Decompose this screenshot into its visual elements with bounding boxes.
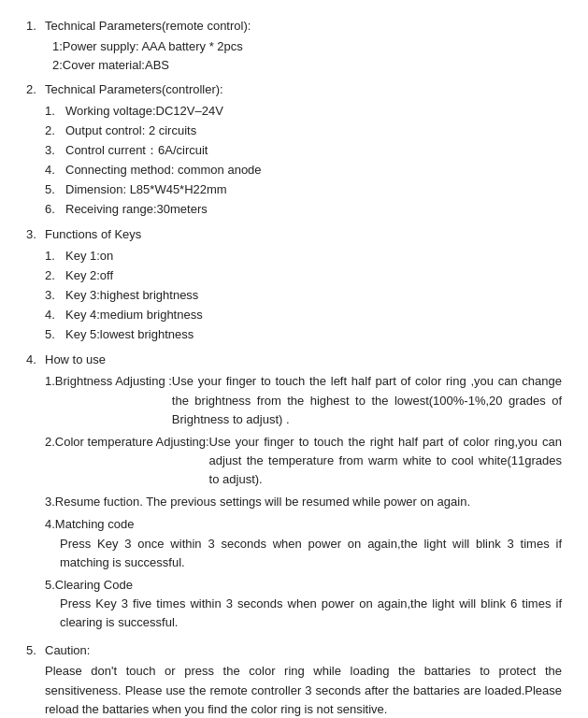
section-5: 5. Caution: Please don't touch or press …: [26, 641, 562, 718]
section-2-title: Technical Parameters(controller):: [45, 80, 562, 99]
section-5-num: 5.: [26, 641, 45, 660]
section-4-title: How to use: [45, 351, 562, 369]
section-3: 3. Functions of Keys 1.Key 1:on 2.Key 2:…: [26, 225, 562, 345]
para-resume-label: 3.Resume fuction.: [45, 495, 143, 509]
para-color-temp-text: Use your finger to touch the right half …: [209, 433, 562, 489]
section-5-caution: Please don't touch or press the color ri…: [45, 662, 562, 718]
section-3-title: Functions of Keys: [45, 225, 562, 244]
section-1-item-1: 1:Power supply: AAA battery * 2pcs: [52, 37, 562, 56]
section-4-num: 4.: [26, 351, 45, 369]
section-2-num: 2.: [26, 80, 45, 99]
list-item: 4.Key 4:medium brightness: [45, 306, 562, 324]
list-item: 5.Dimension: L85*W45*H22mm: [45, 180, 562, 199]
para-clearing: 5.Clearing Code Press Key 3 five times w…: [45, 576, 562, 632]
para-color-temp: 2.Color temperature Adjusting: Use your …: [45, 433, 562, 489]
list-item: 3.Key 3:highest brightness: [45, 286, 562, 305]
section-5-content: Caution: Please don't touch or press the…: [45, 641, 562, 718]
section-3-sublist: 1.Key 1:on 2.Key 2:off 3.Key 3:highest b…: [45, 247, 562, 345]
list-item: 4.Connecting method: common anode: [45, 161, 562, 180]
list-item: 1.Key 1:on: [45, 247, 562, 266]
section-1-content: Technical Parameters(remote control): 1:…: [45, 17, 562, 75]
para-matching: 4.Matching code Press Key 3 once within …: [45, 515, 562, 571]
list-item: 3.Control current：6A/circuit: [45, 141, 562, 160]
para-color-temp-label: 2.Color temperature Adjusting:: [45, 433, 209, 452]
list-item: 5.Key 5:lowest brightness: [45, 325, 562, 344]
list-item: 2.Output control: 2 circuits: [45, 122, 562, 140]
para-clearing-label: 5.Clearing Code: [45, 576, 562, 595]
section-4: 4. How to use 1.Brightness Adjusting : U…: [26, 351, 562, 636]
section-2: 2. Technical Parameters(controller): 1.W…: [26, 80, 562, 220]
main-list: 1. Technical Parameters(remote control):…: [26, 17, 562, 718]
para-resume-text: The previous settings will be resumed wh…: [146, 495, 470, 509]
para-brightness: 1.Brightness Adjusting : Use your finger…: [45, 372, 562, 428]
para-resume: 3.Resume fuction. The previous settings …: [45, 493, 562, 511]
para-brightness-text: Use your finger to touch the left half p…: [172, 372, 562, 428]
section-1-title: Technical Parameters(remote control):: [45, 17, 562, 36]
list-item: 6.Receiving range:30meters: [45, 200, 562, 219]
section-2-content: Technical Parameters(controller): 1.Work…: [45, 80, 562, 220]
para-brightness-label: 1.Brightness Adjusting :: [45, 372, 172, 391]
section-2-sublist: 1.Working voltage:DC12V–24V 2.Output con…: [45, 102, 562, 220]
section-1-items: 1:Power supply: AAA battery * 2pcs 2:Cov…: [45, 37, 562, 75]
section-4-paras: 1.Brightness Adjusting : Use your finger…: [45, 372, 562, 632]
section-1-item-2: 2:Cover material:ABS: [52, 56, 562, 75]
list-item: 1.Working voltage:DC12V–24V: [45, 102, 562, 121]
section-4-content: How to use 1.Brightness Adjusting : Use …: [45, 351, 562, 636]
list-item: 2.Key 2:off: [45, 266, 562, 285]
para-clearing-text: Press Key 3 five times within 3 seconds …: [45, 595, 562, 632]
section-1-num: 1.: [26, 17, 45, 36]
para-matching-text: Press Key 3 once within 3 seconds when p…: [45, 535, 562, 572]
para-matching-label: 4.Matching code: [45, 515, 562, 534]
section-1: 1. Technical Parameters(remote control):…: [26, 17, 562, 75]
section-5-title: Caution:: [45, 641, 562, 660]
section-3-num: 3.: [26, 225, 45, 244]
section-3-content: Functions of Keys 1.Key 1:on 2.Key 2:off…: [45, 225, 562, 345]
